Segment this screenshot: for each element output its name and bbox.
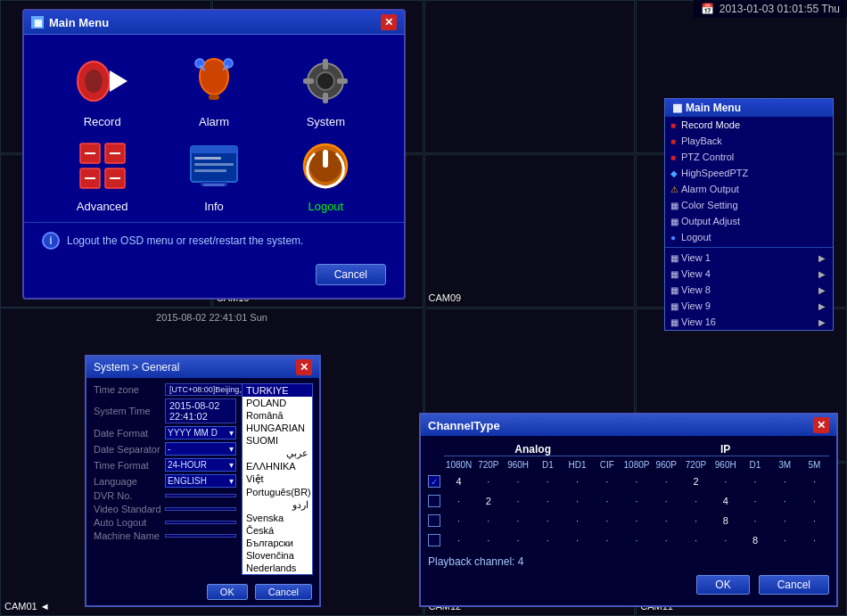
dropdown-item-view16[interactable]: ▦ View 16 ▶ (665, 314, 833, 330)
lang-item-turkiye[interactable]: TURKIYE (243, 384, 312, 397)
field-value-systemtime: 2015-08-02 22:41:02 (165, 398, 236, 423)
language-dropdown-container: TURKIYE POLAND Română HUNGARIAN SUOMI عر… (242, 383, 313, 575)
info-circle-icon: i (42, 232, 60, 250)
alarm-label: Alarm (199, 115, 229, 128)
lang-item-suomi[interactable]: SUOMI (243, 434, 312, 447)
field-value-timeformat[interactable]: 24-HOUR ▾ (165, 458, 236, 472)
menu-item-advanced[interactable]: Advanced (51, 137, 153, 213)
dropdown-item-color-setting[interactable]: ▦ Color Setting (665, 197, 833, 213)
checkbox-1[interactable] (428, 495, 440, 507)
checkbox-3[interactable] (428, 534, 440, 546)
dropdown-item-alarm-output[interactable]: ⚠ Alarm Output (665, 181, 833, 197)
menu-icon: ▦ (31, 16, 44, 29)
field-machinename: Machine Name (94, 530, 236, 541)
dropdown-item-view4[interactable]: ▦ View 4 ▶ (665, 266, 833, 282)
menu-item-logout[interactable]: Logout (275, 137, 377, 213)
field-value-datesep[interactable]: - ▾ (165, 442, 236, 456)
menu-item-system[interactable]: System (275, 53, 377, 128)
menu-item-record[interactable]: Record (51, 53, 153, 128)
field-label-videostandard: Video Standard (94, 504, 165, 514)
channel-row-1: · 2 · · · · · · · 4 · · · (428, 493, 829, 509)
dropdown-item-output-adjust[interactable]: ▦ Output Adjust (665, 213, 833, 229)
arrow-icon: ▶ (818, 285, 826, 295)
cell-0-hd1: · (563, 476, 592, 487)
bullet-icon: ◆ (670, 168, 678, 178)
dropdown-arrow: ▾ (229, 428, 234, 438)
field-dvrno: DVR No. (94, 490, 236, 501)
channel-btn-row: OK Cancel (428, 571, 829, 598)
svg-rect-24 (191, 146, 237, 153)
bullet-icon: ■ (670, 120, 676, 130)
field-value-dvrno (165, 494, 236, 497)
field-label-timeformat: Time Format (94, 460, 165, 471)
system-cancel-button[interactable]: Cancel (255, 584, 312, 600)
channel-group-headers: Analog IP (428, 443, 829, 456)
lang-item-portuguese[interactable]: Português(BR) (243, 486, 312, 498)
cell-3-1080p: · (621, 535, 651, 546)
cell-3-3m: · (770, 535, 800, 546)
cell-1-5m: · (800, 496, 829, 506)
dropdown-item-playback[interactable]: ■ PlayBack (665, 133, 833, 149)
cell-1-1080p: · (621, 496, 651, 506)
lang-item-viet[interactable]: Việt (243, 472, 312, 486)
lang-item-romana[interactable]: Română (243, 409, 312, 422)
svg-rect-26 (194, 163, 234, 166)
dropdown-item-view1[interactable]: ▦ View 1 ▶ (665, 250, 833, 266)
menu-item-info[interactable]: Info (162, 137, 265, 213)
lang-item-hungarian[interactable]: HUNGARIAN (243, 422, 312, 434)
field-value-language[interactable]: ENGLISH ▾ (165, 474, 236, 488)
cell-0-cif: · (592, 476, 621, 487)
logout-icon (297, 137, 354, 194)
system-ok-button[interactable]: OK (207, 584, 248, 600)
lang-item-greek[interactable]: ΕΛΛΗΝΙΚΑ (243, 460, 312, 472)
field-value-dateformat[interactable]: YYYY MM D ▾ (165, 426, 236, 439)
bullet-icon: ▦ (670, 317, 678, 327)
lang-item-poland[interactable]: POLAND (243, 397, 312, 409)
checkbox-2[interactable] (428, 514, 440, 527)
lang-item-svenska[interactable]: Svenska (243, 512, 312, 524)
dropdown-item-record-mode[interactable]: ■ Record Mode (665, 117, 833, 133)
system-close-button[interactable]: ✕ (296, 359, 312, 375)
lang-item-arabic[interactable]: عربي (243, 447, 312, 460)
svg-rect-13 (303, 78, 314, 84)
dropdown-arrow: ▾ (229, 460, 234, 470)
field-datesep: Date Separator - ▾ (94, 442, 236, 456)
cell-1-720p-ip: · (681, 496, 711, 506)
close-button[interactable]: ✕ (381, 14, 397, 30)
bullet-icon: ▦ (670, 253, 678, 263)
channel-ok-button[interactable]: OK (696, 575, 749, 595)
cell-0-1080n: 4 (444, 476, 473, 487)
language-dropdown[interactable]: TURKIYE POLAND Română HUNGARIAN SUOMI عر… (242, 383, 313, 575)
checkbox-0[interactable]: ✓ (428, 475, 440, 488)
logout-message: Logout the OSD menu or reset/restart the… (67, 234, 303, 247)
cell-2-1080n: · (444, 515, 473, 526)
dropdown-item-ptz-control[interactable]: ■ PTZ Control (665, 149, 833, 165)
menu-item-alarm[interactable]: Alarm (162, 53, 265, 128)
cell-0-1080p: · (621, 476, 651, 487)
cell-1-d1-ip: · (740, 496, 769, 506)
channel-cancel-button[interactable]: Cancel (759, 575, 829, 595)
channel-row-0: ✓ 4 · · · · · · · 2 · · · · (428, 473, 829, 489)
dropdown-item-view9[interactable]: ▦ View 9 ▶ (665, 298, 833, 314)
lang-item-urdu[interactable]: اردو (243, 498, 312, 512)
dropdown-arrow: ▾ (229, 476, 234, 486)
system-body: Time zone [UTC+08:00]Beijing,Ur.. System… (86, 378, 319, 580)
dropdown-item-view8[interactable]: ▦ View 8 ▶ (665, 282, 833, 298)
field-systemtime: System Time 2015-08-02 22:41:02 (94, 398, 236, 423)
cell-2-3m: · (770, 515, 800, 526)
lang-item-ceska[interactable]: Česká (243, 524, 312, 537)
lang-item-nederlands[interactable]: Nederlands (243, 562, 312, 574)
cell-0-d1: · (533, 476, 563, 487)
system-fields: Time zone [UTC+08:00]Beijing,Ur.. System… (94, 383, 236, 575)
main-menu-titlebar: ▦ Main Menu ✕ (24, 11, 404, 35)
field-label-autologout: Auto Logout (94, 517, 165, 528)
field-value-videostandard (165, 507, 236, 511)
lang-item-slovencina[interactable]: Slovenčina (243, 549, 312, 562)
svg-marker-2 (110, 70, 127, 92)
svg-rect-12 (323, 93, 328, 103)
dropdown-item-highspeedptz[interactable]: ◆ HighSpeedPTZ (665, 165, 833, 181)
channel-close-button[interactable]: ✕ (813, 417, 829, 433)
dropdown-item-logout[interactable]: ● Logout (665, 229, 833, 245)
lang-item-bulgarski[interactable]: Български (243, 537, 312, 549)
main-menu-cancel-button[interactable]: Cancel (316, 264, 386, 285)
